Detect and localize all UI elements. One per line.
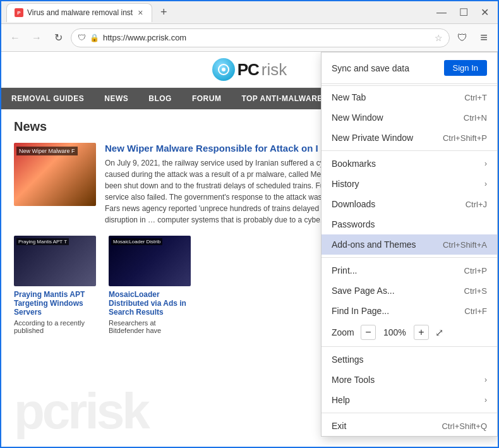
news-card-1-excerpt: Researchers at Bitdefender have bbox=[109, 319, 191, 334]
menu-item-more-tools[interactable]: More Tools › bbox=[322, 370, 497, 390]
site-watermark: pcrisk bbox=[14, 382, 148, 440]
menu-item-save-page[interactable]: Save Page As... Ctrl+S bbox=[322, 281, 497, 301]
zoom-row: Zoom − 100% + ⤢ bbox=[322, 321, 497, 344]
sign-in-button[interactable]: Sign In bbox=[444, 60, 487, 76]
svg-point-1 bbox=[222, 68, 225, 71]
menu-item-private-window[interactable]: New Private Window Ctrl+Shift+P bbox=[322, 128, 497, 148]
menu-divider-2 bbox=[322, 150, 497, 151]
menu-item-new-tab[interactable]: New Tab Ctrl+T bbox=[322, 87, 497, 107]
menu-sync-header: Sync and save data Sign In bbox=[322, 52, 497, 84]
nav-blog[interactable]: BLOG bbox=[138, 88, 182, 109]
title-bar: P Virus and malware removal inst × + — ☐… bbox=[1, 1, 498, 24]
menu-divider-4 bbox=[322, 346, 497, 347]
main-article-thumbnail: New Wiper Malware F bbox=[14, 143, 96, 206]
menu-item-new-tab-shortcut: Ctrl+T bbox=[464, 93, 487, 102]
nav-forum[interactable]: FORUM bbox=[182, 88, 232, 109]
logo-risk: risk bbox=[262, 60, 287, 80]
menu-item-find-label: Find In Page... bbox=[332, 306, 464, 316]
thumb-label: New Wiper Malware F bbox=[16, 147, 78, 155]
menu-item-bookmarks-label: Bookmarks bbox=[332, 159, 479, 169]
wallet-icon[interactable]: 🛡 bbox=[454, 29, 471, 47]
menu-item-save-page-shortcut: Ctrl+S bbox=[464, 286, 487, 296]
menu-item-new-tab-label: New Tab bbox=[332, 92, 464, 102]
menu-item-private-window-shortcut: Ctrl+Shift+P bbox=[443, 133, 487, 143]
menu-item-bookmarks[interactable]: Bookmarks › bbox=[322, 154, 497, 174]
zoom-expand-button[interactable]: ⤢ bbox=[435, 327, 443, 339]
bookmarks-arrow-icon: › bbox=[484, 159, 487, 168]
menu-item-addons-shortcut: Ctrl+Shift+A bbox=[443, 240, 487, 250]
menu-item-downloads-label: Downloads bbox=[332, 199, 466, 209]
menu-item-downloads-shortcut: Ctrl+J bbox=[466, 200, 487, 209]
help-arrow-icon: › bbox=[484, 396, 487, 404]
news-card-1-thumb: MosaicLoader Distrib bbox=[109, 236, 191, 286]
thumb-label-1: MosaicLoader Distrib bbox=[111, 238, 162, 245]
menu-item-settings[interactable]: Settings bbox=[322, 349, 497, 370]
news-card-0-title[interactable]: Praying Mantis APT Targeting Windows Ser… bbox=[14, 290, 96, 317]
menu-item-addons-label: Add-ons and Themes bbox=[332, 239, 443, 250]
site-logo: PCrisk bbox=[212, 58, 287, 81]
tab-title: Virus and malware removal inst bbox=[27, 8, 133, 17]
menu-item-help-label: Help bbox=[332, 395, 479, 405]
menu-item-find-shortcut: Ctrl+F bbox=[464, 306, 487, 316]
window-controls: — ☐ ✕ bbox=[433, 5, 493, 20]
mosaic-loader-thumbnail: MosaicLoader Distrib bbox=[109, 236, 191, 286]
address-bar: ← → ↻ 🛡 🔒 https://www.pcrisk.com ☆ 🛡 ≡ bbox=[1, 24, 498, 52]
history-arrow-icon: › bbox=[484, 179, 487, 188]
close-window-button[interactable]: ✕ bbox=[477, 5, 493, 20]
url-bar[interactable]: 🛡 🔒 https://www.pcrisk.com ☆ bbox=[71, 28, 450, 47]
bookmark-star-icon[interactable]: ☆ bbox=[435, 33, 443, 43]
menu-item-passwords-label: Passwords bbox=[332, 219, 487, 229]
page-content: PCrisk REMOVAL GUIDES NEWS BLOG FORUM TO… bbox=[1, 52, 498, 447]
menu-item-save-page-label: Save Page As... bbox=[332, 286, 464, 296]
menu-item-downloads[interactable]: Downloads Ctrl+J bbox=[322, 194, 497, 214]
menu-item-help[interactable]: Help › bbox=[322, 390, 497, 410]
menu-item-exit[interactable]: Exit Ctrl+Shift+Q bbox=[322, 416, 497, 436]
zoom-plus-button[interactable]: + bbox=[414, 325, 429, 340]
news-card-1-title[interactable]: MosaicLoader Distributed via Ads in Sear… bbox=[109, 290, 191, 317]
menu-divider-1 bbox=[322, 85, 497, 86]
menu-item-more-tools-label: More Tools bbox=[332, 375, 479, 385]
tab-close-button[interactable]: × bbox=[136, 8, 144, 18]
active-tab[interactable]: P Virus and malware removal inst × bbox=[6, 3, 152, 22]
logo-icon bbox=[217, 63, 230, 76]
menu-divider-3 bbox=[322, 257, 497, 258]
nav-removal-guides[interactable]: REMOVAL GUIDES bbox=[1, 88, 94, 109]
menu-item-history[interactable]: History › bbox=[322, 174, 497, 194]
minimize-button[interactable]: — bbox=[433, 6, 450, 20]
menu-item-history-label: History bbox=[332, 179, 479, 189]
menu-item-find[interactable]: Find In Page... Ctrl+F bbox=[322, 301, 497, 321]
menu-item-exit-label: Exit bbox=[332, 421, 442, 431]
menu-item-addons[interactable]: Add-ons and Themes Ctrl+Shift+A bbox=[322, 234, 497, 255]
refresh-button[interactable]: ↻ bbox=[49, 29, 67, 47]
zoom-label: Zoom bbox=[332, 327, 354, 337]
zoom-minus-button[interactable]: − bbox=[361, 325, 376, 340]
menu-item-private-window-label: New Private Window bbox=[332, 133, 443, 143]
menu-item-print-label: Print... bbox=[332, 265, 464, 275]
maximize-button[interactable]: ☐ bbox=[455, 5, 472, 20]
menu-button[interactable]: ≡ bbox=[475, 29, 493, 47]
menu-item-settings-label: Settings bbox=[332, 354, 487, 365]
zoom-value: 100% bbox=[382, 327, 407, 337]
praying-mantis-thumbnail: Praying Mantis APT T bbox=[14, 236, 96, 286]
thumb-label-0: Praying Mantis APT T bbox=[16, 238, 69, 245]
menu-item-exit-shortcut: Ctrl+Shift+Q bbox=[442, 421, 487, 431]
url-text: https://www.pcrisk.com bbox=[103, 33, 431, 42]
nav-top-antimalware[interactable]: TOP ANTI-MALWARE bbox=[231, 88, 332, 109]
forward-button[interactable]: → bbox=[28, 29, 45, 47]
news-card-0: Praying Mantis APT T Praying Mantis APT … bbox=[14, 236, 96, 334]
menu-item-print-shortcut: Ctrl+P bbox=[464, 266, 487, 275]
news-card-0-thumb: Praying Mantis APT T bbox=[14, 236, 96, 286]
sync-title: Sync and save data bbox=[332, 63, 409, 73]
menu-item-new-window-label: New Window bbox=[332, 112, 464, 123]
nav-news[interactable]: NEWS bbox=[94, 88, 138, 109]
toolbar-icons: 🛡 ≡ bbox=[454, 29, 493, 47]
menu-item-print[interactable]: Print... Ctrl+P bbox=[322, 260, 497, 281]
menu-item-new-window-shortcut: Ctrl+N bbox=[464, 113, 487, 123]
back-button[interactable]: ← bbox=[6, 29, 24, 47]
news-card-1: MosaicLoader Distrib MosaicLoader Distri… bbox=[109, 236, 191, 334]
menu-item-new-window[interactable]: New Window Ctrl+N bbox=[322, 107, 497, 128]
shield-icon: 🛡 bbox=[78, 33, 86, 42]
new-tab-button[interactable]: + bbox=[155, 4, 172, 21]
firefox-dropdown-menu: Sync and save data Sign In New Tab Ctrl+… bbox=[321, 52, 498, 437]
menu-item-passwords[interactable]: Passwords bbox=[322, 214, 497, 234]
